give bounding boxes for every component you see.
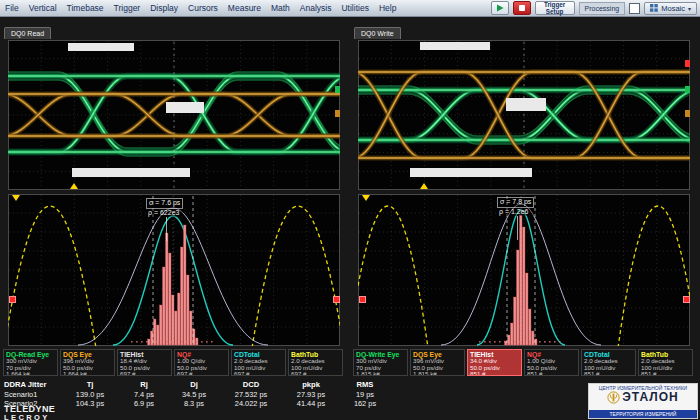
descriptor-tiehist[interactable]: TIEHist34.0 #/div50.0 ps/div851 #	[467, 349, 522, 376]
descriptor-line: 1.664 k#	[6, 371, 55, 376]
watermark-name: ЭТАЛОН	[622, 391, 678, 404]
tab-dq0-write[interactable]: DQ0 Write	[354, 27, 401, 39]
trace-level-marker	[685, 86, 690, 93]
column-header-dj: Dj	[168, 380, 220, 389]
cell-scenario2-rj: 6.9 ps	[120, 399, 168, 408]
menu-item-math[interactable]: Math	[266, 0, 295, 16]
descriptor-dq-write-eye[interactable]: DQ-Write Eye300 mV/div70 ps/div1.815 k#	[353, 349, 408, 376]
run-button[interactable]	[491, 1, 509, 15]
descriptor-bathtub[interactable]: BathTub2.0 decades100 mU/div851 #	[638, 349, 693, 376]
menu-item-utilities[interactable]: Utilities	[336, 0, 373, 16]
descriptor-line: 851 #	[584, 371, 633, 376]
trigger-time-marker[interactable]	[420, 183, 428, 189]
descriptor-line: 1.815 k#	[356, 371, 405, 376]
descriptor-line: 851 #	[527, 371, 576, 376]
cell-scenario2-pkpk: 41.44 ps	[282, 399, 340, 408]
menu-item-cursors[interactable]: Cursors	[183, 0, 223, 16]
descriptor-line: 1.664 k#	[63, 371, 112, 376]
column-header-tj: Tj	[60, 380, 120, 389]
trace-level-marker	[335, 110, 340, 117]
mosaic-label: Mosaic	[661, 4, 685, 13]
trigger-time-marker[interactable]	[70, 183, 78, 189]
histogram-marker	[12, 195, 20, 201]
stop-button[interactable]	[513, 1, 531, 15]
menu-item-vertical[interactable]: Vertical	[24, 0, 62, 16]
cell-scenario1-pkpk: 27.93 ps	[282, 390, 340, 399]
cell-scenario2-rms: 162 ps	[340, 399, 390, 408]
table-header-row: DDRA JitterTjRjDjDCDpkpkRMS	[2, 380, 390, 389]
menu-item-measure[interactable]: Measure	[223, 0, 266, 16]
cell-scenario1-rms: 19 ps	[340, 390, 390, 399]
cell-scenario1-rj: 7.4 ps	[120, 390, 168, 399]
histogram-annotation-read: σ = 7.6 ps ρ = 622e3	[146, 198, 183, 241]
descriptor-dqs-eye[interactable]: DQS Eye396 mV/div50.0 ps/div1.815 k#	[410, 349, 465, 376]
table-row-scenario1: Scenario1139.0 ps7.4 ps34.5 ps27.532 ps2…	[2, 390, 390, 399]
menu-item-display[interactable]: Display	[145, 0, 183, 16]
trace-level-marker	[685, 60, 690, 67]
watermark-logo-row: ЭТАЛОН	[607, 391, 678, 404]
descriptor-line: 697 #	[120, 371, 169, 376]
descriptor-row-read: DQ-Read Eye300 mV/div70 ps/div1.664 k#DQ…	[3, 349, 343, 376]
eye-diagram-read[interactable]	[8, 40, 340, 190]
column-header-rj: Rj	[120, 380, 168, 389]
sigma-value: σ = 7.6 ps	[146, 198, 183, 209]
sigma-value: σ = 7.8 ps	[497, 197, 534, 208]
cell-scenario2-tj: 104.3 ps	[60, 399, 120, 408]
descriptor-dqs-eye[interactable]: DQS Eye396 mV/div50.0 ps/div1.664 k#	[60, 349, 115, 376]
column-header-pkpk: pkpk	[282, 380, 340, 389]
histogram-marker	[362, 195, 370, 201]
descriptor-line: 1.815 k#	[413, 371, 462, 376]
descriptor-line: 697 #	[177, 371, 226, 376]
histogram-annotation-write: σ = 7.8 ps ρ = 1.2e6	[497, 197, 534, 240]
descriptor-dq-read-eye[interactable]: DQ-Read Eye300 mV/div70 ps/div1.664 k#	[3, 349, 58, 376]
watermark-etalon: ЦЕНТР ИЗМЕРИТЕЛЬНОЙ ТЕХНИКИ ЭТАЛОН ТЕРРИ…	[588, 383, 698, 419]
cursor-handle[interactable]	[9, 296, 16, 303]
trigger-setup-button[interactable]: Trigger Setup	[535, 1, 575, 15]
descriptor-nq[interactable]: NQ#1.00 Q/div50.0 ps/div851 #	[524, 349, 579, 376]
trace-level-marker	[685, 110, 690, 117]
play-icon	[495, 3, 505, 13]
descriptor-bathtub[interactable]: BathTub2.0 decades100 mU/div697 #	[288, 349, 343, 376]
menu-item-analysis[interactable]: Analysis	[295, 0, 337, 16]
tab-dq0-read[interactable]: DQ0 Read	[4, 27, 51, 39]
cursor-handle[interactable]	[333, 296, 340, 303]
cell-scenario1-tj: 139.0 ps	[60, 390, 120, 399]
menu-item-timebase[interactable]: Timebase	[62, 0, 109, 16]
dropdown-icon: ▾	[688, 5, 691, 12]
column-header-rms: RMS	[340, 380, 390, 389]
watermark-bottom-text: ТЕРРИТОРИЯ ИЗМЕРЕНИЙ	[589, 410, 697, 418]
trace-level-marker	[335, 86, 340, 93]
table-title: DDRA Jitter	[2, 380, 60, 389]
descriptor-cdtotal[interactable]: CDTotal2.0 decades100 mU/div851 #	[581, 349, 636, 376]
eye-diagram-write[interactable]	[358, 40, 690, 190]
grid-icon	[650, 4, 658, 12]
descriptor-line: 851 #	[641, 371, 690, 376]
descriptor-tiehist[interactable]: TIEHist18.4 #/div50.0 ps/div697 #	[117, 349, 172, 376]
menu-bar-right: Trigger Setup Processing Mosaic ▾	[491, 1, 700, 15]
menu-item-help[interactable]: Help	[374, 0, 401, 16]
brand-logo: TELEDYNE LECROY	[4, 405, 55, 420]
mosaic-checkbox[interactable]	[629, 3, 640, 14]
descriptor-nq[interactable]: NQ#1.00 Q/div50.0 ps/div697 #	[174, 349, 229, 376]
annotation-leader-line	[166, 217, 167, 241]
descriptor-line: 697 #	[234, 371, 283, 376]
cell-scenario2-dcd: 24.022 ps	[220, 399, 282, 408]
descriptor-cdtotal[interactable]: CDTotal2.0 decades100 mU/div697 #	[231, 349, 286, 376]
menu-bar: FileVerticalTimebaseTriggerDisplayCursor…	[0, 0, 700, 17]
cell-scenario1-dcd: 27.532 ps	[220, 390, 282, 399]
rho-value: ρ = 622e3	[146, 209, 183, 218]
mosaic-button[interactable]: Mosaic ▾	[644, 2, 697, 15]
table-row-scenario2: Scenario2104.3 ps6.9 ps8.3 ps24.022 ps41…	[2, 399, 390, 408]
cell-scenario1-dj: 34.5 ps	[168, 390, 220, 399]
menu-item-file[interactable]: File	[0, 0, 24, 16]
processing-status: Processing	[579, 2, 626, 15]
cursor-handle[interactable]	[683, 296, 690, 303]
brand-line-2: LECROY	[4, 414, 55, 420]
menu-item-trigger[interactable]: Trigger	[109, 0, 146, 16]
row-name: Scenario1	[2, 390, 60, 399]
cursor-handle[interactable]	[359, 296, 366, 303]
stop-icon	[519, 5, 525, 11]
column-header-dcd: DCD	[220, 380, 282, 389]
oscilloscope-screen: FileVerticalTimebaseTriggerDisplayCursor…	[0, 0, 700, 420]
descriptor-line: 851 #	[470, 371, 519, 376]
